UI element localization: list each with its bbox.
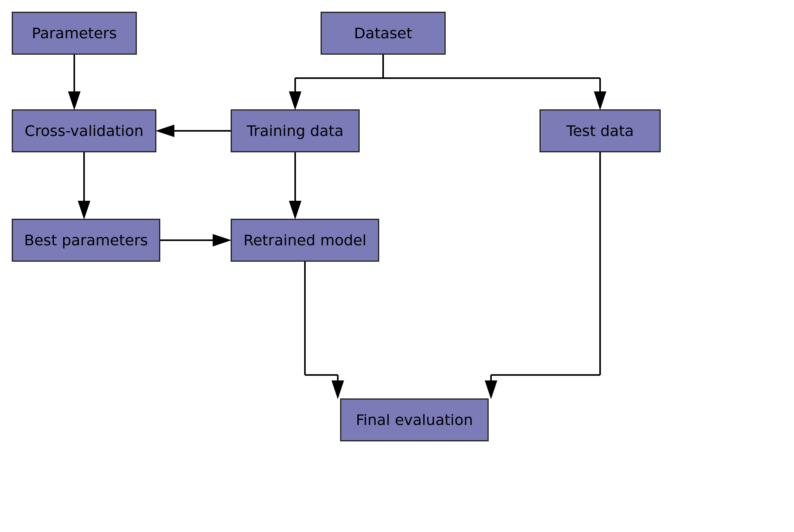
cross-validation-label: Cross-validation (25, 122, 143, 139)
test-data-label: Test data (566, 122, 634, 139)
dataset-box: Dataset (321, 12, 446, 55)
cross-validation-box: Cross-validation (12, 109, 156, 152)
training-data-label: Training data (247, 122, 344, 139)
retrained-model-box: Retrained model (231, 219, 379, 262)
parameters-label: Parameters (32, 25, 117, 42)
retrained-model-label: Retrained model (244, 232, 366, 249)
final-evaluation-label: Final evaluation (356, 411, 473, 428)
test-data-box: Test data (539, 109, 661, 152)
final-evaluation-box: Final evaluation (340, 398, 489, 441)
best-parameters-label: Best parameters (24, 232, 148, 249)
parameters-box: Parameters (12, 12, 137, 55)
training-data-box: Training data (231, 109, 360, 152)
best-parameters-box: Best parameters (12, 219, 160, 262)
dataset-label: Dataset (354, 25, 412, 42)
flow-diagram-arrows (0, 0, 794, 532)
